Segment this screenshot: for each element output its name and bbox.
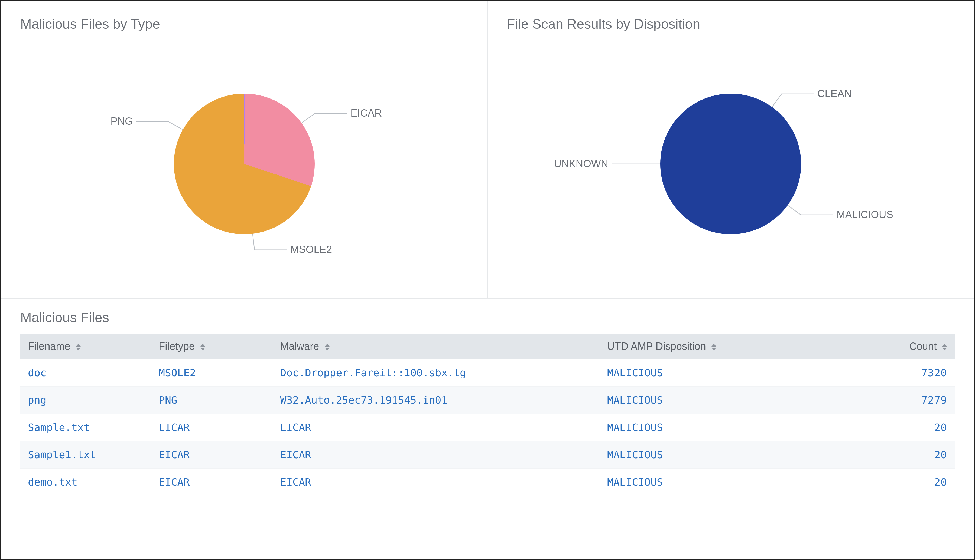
table-header-row: Filename Filetype Malware UTD AMP Dispos… [20,333,955,359]
col-filename[interactable]: Filename [20,333,151,359]
cell-malware[interactable]: EICAR [273,441,600,468]
cell-filetype[interactable]: PNG [151,387,273,414]
cell-filename[interactable]: demo.txt [20,468,151,496]
panel-malicious-by-type: Malicious Files by Type PNG EICAR MSOLE2 [2,2,487,298]
table-row[interactable]: Sample.txtEICAREICARMALICIOUS20 [20,414,955,441]
sort-icon [711,344,716,350]
cell-malware[interactable]: EICAR [273,468,600,496]
col-filetype-label: Filetype [159,341,195,352]
cell-filename[interactable]: doc [20,359,151,387]
cell-filetype[interactable]: MSOLE2 [151,359,273,387]
top-row: Malicious Files by Type PNG EICAR MSOLE2… [2,2,973,299]
cell-filename[interactable]: Sample.txt [20,414,151,441]
cell-disposition[interactable]: MALICIOUS [600,468,843,496]
table-body: docMSOLE2Doc.Dropper.Fareit::100.sbx.tgM… [20,359,955,496]
col-malware-label: Malware [280,341,319,352]
cell-count[interactable]: 7279 [843,387,955,414]
pie-label-png: PNG [110,115,133,127]
malicious-files-table: Filename Filetype Malware UTD AMP Dispos… [20,333,955,496]
cell-count[interactable]: 7320 [843,359,955,387]
cell-count[interactable]: 20 [843,441,955,468]
pie-label-eicar: EICAR [350,107,382,119]
cell-filetype[interactable]: EICAR [151,468,273,496]
table-row[interactable]: docMSOLE2Doc.Dropper.Fareit::100.sbx.tgM… [20,359,955,387]
cell-filetype[interactable]: EICAR [151,414,273,441]
panel-title-left: Malicious Files by Type [20,16,468,32]
pie-label-msole2: MSOLE2 [290,244,332,255]
col-filetype[interactable]: Filetype [151,333,273,359]
table-row[interactable]: Sample1.txtEICAREICARMALICIOUS20 [20,441,955,468]
table-title: Malicious Files [20,310,955,325]
cell-disposition[interactable]: MALICIOUS [600,387,843,414]
cell-count[interactable]: 20 [843,414,955,441]
table-section: Malicious Files Filename Filetype Malwa [2,299,973,558]
cell-disposition[interactable]: MALICIOUS [600,441,843,468]
cell-count[interactable]: 20 [843,468,955,496]
cell-disposition[interactable]: MALICIOUS [600,414,843,441]
col-disposition-label: UTD AMP Disposition [607,341,706,352]
panel-title-right: File Scan Results by Disposition [507,16,955,32]
sort-icon [325,344,329,350]
pie-chart-right[interactable]: UNKNOWN CLEAN MALICIOUS [555,58,907,270]
cell-disposition[interactable]: MALICIOUS [600,359,843,387]
sort-icon [942,344,947,350]
cell-filetype[interactable]: EICAR [151,441,273,468]
chart-wrap-left: PNG EICAR MSOLE2 [20,40,468,288]
col-filename-label: Filename [28,341,70,352]
col-malware[interactable]: Malware [273,333,600,359]
pie-chart-left[interactable]: PNG EICAR MSOLE2 [68,58,420,270]
dashboard: Malicious Files by Type PNG EICAR MSOLE2… [2,2,973,558]
col-disposition[interactable]: UTD AMP Disposition [600,333,843,359]
cell-malware[interactable]: EICAR [273,414,600,441]
sort-icon [76,344,81,350]
cell-malware[interactable]: W32.Auto.25ec73.191545.in01 [273,387,600,414]
pie-label-unknown: UNKNOWN [554,158,608,170]
chart-wrap-right: UNKNOWN CLEAN MALICIOUS [507,40,955,288]
col-count[interactable]: Count [843,333,955,359]
panel-scan-by-disposition: File Scan Results by Disposition UNKNOWN… [487,2,973,298]
pie-label-clean: CLEAN [817,88,852,100]
col-count-label: Count [909,341,937,352]
cell-filename[interactable]: png [20,387,151,414]
pie-label-malicious: MALICIOUS [836,209,893,220]
sort-icon [201,344,205,350]
cell-filename[interactable]: Sample1.txt [20,441,151,468]
cell-malware[interactable]: Doc.Dropper.Fareit::100.sbx.tg [273,359,600,387]
table-row[interactable]: demo.txtEICAREICARMALICIOUS20 [20,468,955,496]
table-row[interactable]: pngPNGW32.Auto.25ec73.191545.in01MALICIO… [20,387,955,414]
leader-lines-left [68,58,420,270]
